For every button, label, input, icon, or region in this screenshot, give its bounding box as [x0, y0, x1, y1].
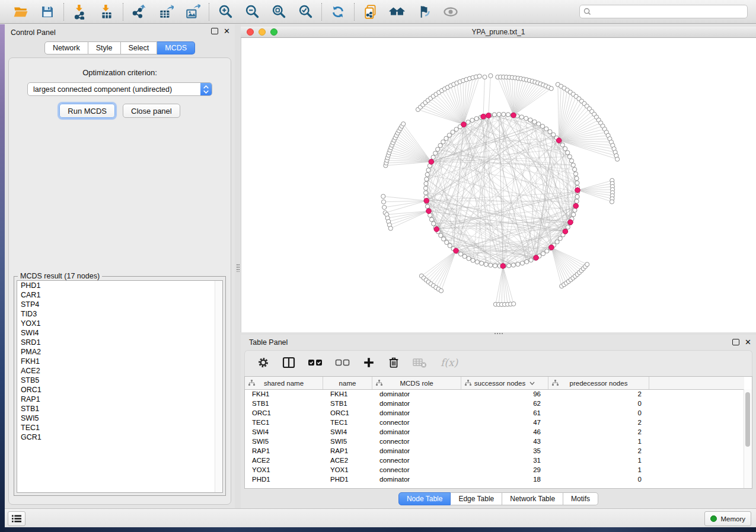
- maximize-window-icon[interactable]: [270, 28, 277, 36]
- network-node[interactable]: [566, 225, 570, 229]
- network-leaf-node[interactable]: [585, 262, 589, 267]
- column-header-predecessor-nodes[interactable]: predecessor nodes: [548, 377, 649, 389]
- network-node[interactable]: [433, 151, 438, 155]
- network-node[interactable]: [572, 213, 576, 217]
- network-node[interactable]: [573, 172, 578, 176]
- network-leaf-node[interactable]: [610, 200, 614, 204]
- column-header-MCDS-role[interactable]: MCDS role: [372, 377, 461, 389]
- mcds-result-item[interactable]: TID3: [17, 309, 222, 319]
- network-window-titlebar[interactable]: YPA_prune.txt_1: [241, 27, 756, 38]
- network-node[interactable]: [555, 240, 559, 244]
- network-node[interactable]: [441, 140, 445, 144]
- save-session-icon[interactable]: [39, 4, 56, 20]
- run-mcds-button[interactable]: Run MCDS: [59, 104, 115, 118]
- table-row[interactable]: SWI4SWI4dominator462: [245, 427, 744, 437]
- mcds-result-item[interactable]: PHD1: [17, 281, 222, 290]
- network-node[interactable]: [507, 264, 511, 268]
- search-input[interactable]: [594, 7, 744, 17]
- network-node[interactable]: [438, 143, 442, 148]
- network-node[interactable]: [425, 204, 429, 209]
- import-table-file-icon[interactable]: [98, 4, 115, 20]
- network-node[interactable]: [480, 261, 484, 265]
- network-node[interactable]: [506, 113, 510, 117]
- refresh-view-icon[interactable]: [330, 4, 346, 20]
- network-node[interactable]: [567, 155, 572, 159]
- network-node[interactable]: [441, 237, 445, 241]
- network-leaf-node[interactable]: [381, 200, 385, 204]
- network-leaf-node[interactable]: [388, 226, 393, 230]
- new-network-from-selection-icon[interactable]: [362, 4, 379, 20]
- network-hub-node[interactable]: [568, 220, 573, 225]
- network-node[interactable]: [466, 120, 470, 124]
- tab-network[interactable]: Network: [44, 41, 88, 55]
- network-node[interactable]: [439, 233, 443, 238]
- network-node[interactable]: [502, 112, 506, 116]
- column-settings-gear-icon[interactable]: [257, 356, 270, 371]
- close-panel-button[interactable]: Close panel: [123, 104, 180, 118]
- network-hub-node[interactable]: [575, 188, 580, 193]
- network-node[interactable]: [444, 136, 448, 140]
- network-node[interactable]: [540, 124, 544, 129]
- network-node[interactable]: [569, 159, 573, 163]
- table-row[interactable]: SWI5SWI5connector431: [245, 437, 744, 446]
- export-network-icon[interactable]: [131, 4, 148, 20]
- network-leaf-node[interactable]: [439, 289, 443, 293]
- network-node[interactable]: [563, 146, 567, 150]
- mcds-result-item[interactable]: PMA2: [17, 347, 222, 357]
- mcds-result-item[interactable]: SRD1: [17, 338, 222, 347]
- network-node[interactable]: [519, 115, 524, 119]
- zoom-out-icon[interactable]: [244, 4, 260, 20]
- splitter-grip[interactable]: [236, 264, 240, 272]
- network-node[interactable]: [425, 177, 429, 181]
- criterion-dropdown[interactable]: largest connected component (undirected): [27, 82, 212, 96]
- network-hub-node[interactable]: [573, 203, 579, 209]
- network-node[interactable]: [541, 252, 545, 256]
- network-leaf-node[interactable]: [381, 194, 385, 198]
- close-panel-icon[interactable]: ✕: [224, 28, 230, 34]
- network-leaf-node[interactable]: [401, 122, 406, 126]
- mcds-result-item[interactable]: STB1: [17, 404, 222, 414]
- float-panel-icon[interactable]: [732, 339, 739, 345]
- splitter-grip[interactable]: [495, 333, 503, 334]
- network-hub-node[interactable]: [426, 209, 432, 214]
- network-node[interactable]: [575, 199, 579, 203]
- table-row[interactable]: TEC1TEC1connector472: [245, 418, 744, 427]
- mcds-list-scrollbar[interactable]: [215, 281, 222, 492]
- tab-node-table[interactable]: Node Table: [398, 492, 451, 505]
- tab-edge-table[interactable]: Edge Table: [451, 492, 502, 505]
- network-node[interactable]: [475, 260, 479, 264]
- tab-mcds[interactable]: MCDS: [157, 41, 195, 55]
- network-node[interactable]: [462, 254, 467, 258]
- network-node[interactable]: [425, 172, 429, 177]
- table-row[interactable]: YOX1YOX1connector291: [245, 465, 744, 475]
- mcds-result-item[interactable]: YOX1: [17, 319, 222, 328]
- network-node[interactable]: [432, 222, 436, 226]
- network-hub-node[interactable]: [424, 198, 429, 204]
- network-leaf-node[interactable]: [382, 205, 387, 209]
- network-node[interactable]: [544, 127, 548, 131]
- network-node[interactable]: [423, 186, 428, 190]
- network-leaf-node[interactable]: [512, 302, 516, 306]
- network-leaf-node[interactable]: [483, 75, 487, 79]
- table-row[interactable]: PHD1PHD1dominator180: [245, 475, 744, 484]
- network-canvas-svg[interactable]: [241, 38, 756, 332]
- network-node[interactable]: [575, 194, 579, 198]
- mcds-result-item[interactable]: ORC1: [17, 385, 222, 395]
- export-image-icon[interactable]: [184, 4, 201, 20]
- network-node[interactable]: [458, 252, 462, 256]
- network-node[interactable]: [429, 217, 433, 222]
- column-header-shared-name[interactable]: shared name: [245, 377, 323, 389]
- open-session-icon[interactable]: [12, 4, 29, 20]
- mcds-result-item[interactable]: TEC1: [17, 423, 222, 432]
- network-node[interactable]: [573, 167, 577, 171]
- zoom-fit-icon[interactable]: [270, 4, 287, 20]
- network-canvas[interactable]: [241, 38, 756, 332]
- network-hub-node[interactable]: [486, 113, 491, 118]
- network-node[interactable]: [467, 257, 471, 261]
- network-node[interactable]: [575, 177, 579, 181]
- network-hub-node[interactable]: [429, 159, 434, 165]
- mcds-result-item[interactable]: SWI5: [17, 414, 222, 423]
- function-builder-icon[interactable]: f(x): [439, 355, 460, 372]
- vertical-splitter[interactable]: [235, 24, 241, 508]
- network-node[interactable]: [423, 191, 428, 195]
